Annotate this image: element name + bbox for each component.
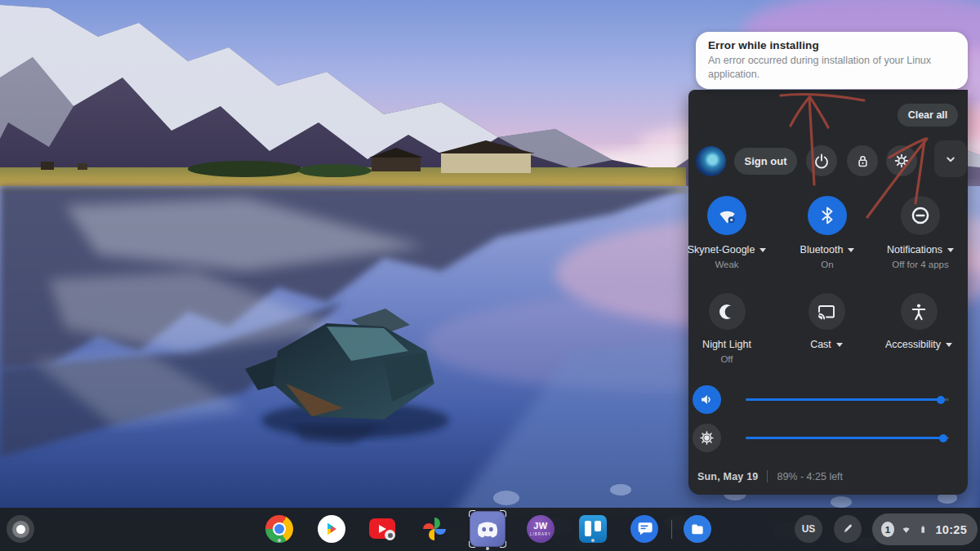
tile-label: Cast (810, 339, 831, 350)
shelf-app-chrome[interactable] (265, 515, 293, 543)
brightness-slider-fill (746, 437, 943, 439)
battery-icon (918, 522, 928, 536)
shelf-app-youtube[interactable] (368, 515, 396, 543)
google-photos-icon (421, 515, 448, 543)
gear-icon (893, 153, 910, 169)
running-indicator (486, 547, 489, 550)
keyboard-layout-button[interactable]: US (795, 515, 822, 543)
launcher-icon (12, 521, 29, 538)
discord-icon (475, 517, 500, 541)
selection-bracket (500, 510, 506, 517)
launcher-button[interactable] (7, 515, 34, 543)
notification-body: An error occurred during installation of… (708, 54, 953, 81)
stylus-button[interactable] (834, 515, 862, 543)
do-not-disturb-icon (910, 205, 931, 226)
tile-network[interactable]: Skynet-Google Weak (678, 196, 776, 269)
tile-label: Notifications (887, 244, 942, 256)
avatar[interactable] (696, 146, 726, 176)
tile-sublabel: Off for 4 apps (871, 260, 969, 269)
cast-icon (817, 302, 836, 322)
brightness-slider[interactable] (746, 437, 949, 439)
night-light-icon (717, 302, 737, 322)
running-indicator (591, 539, 595, 542)
tile-label: Accessibility (885, 339, 941, 350)
speaker-icon (699, 392, 715, 407)
chromeos-desktop: Error while installing An error occurred… (0, 0, 980, 551)
selection-bracket (469, 541, 475, 548)
lock-icon (855, 153, 871, 169)
bluetooth-icon (817, 206, 837, 225)
caret-down-icon (946, 343, 952, 347)
tile-cast[interactable]: Cast (777, 293, 875, 354)
footer-separator (767, 470, 768, 482)
shelf: JW LIBRARY (0, 508, 980, 551)
selection-bracket (469, 510, 475, 517)
shelf-app-play-store[interactable] (318, 515, 345, 543)
tile-sublabel: Weak (678, 260, 776, 269)
tile-notifications[interactable]: Notifications Off for 4 apps (871, 196, 969, 269)
tile-night-light[interactable]: Night Light Off (678, 293, 776, 364)
shelf-app-jw-library[interactable]: JW LIBRARY (527, 515, 555, 543)
caret-down-icon (947, 248, 954, 252)
volume-slider[interactable] (746, 398, 949, 401)
brightness-icon (699, 430, 715, 446)
tile-accessibility[interactable]: Accessibility (870, 293, 968, 354)
selection-bracket (500, 541, 506, 548)
clear-all-button[interactable]: Clear all (898, 104, 958, 127)
accessibility-icon (909, 302, 929, 322)
volume-button[interactable] (693, 385, 721, 414)
status-tray[interactable]: 1 10:25 (872, 513, 978, 545)
shelf-app-trello[interactable] (579, 515, 607, 543)
pen-icon (841, 522, 854, 535)
wifi-icon (716, 205, 738, 227)
power-button[interactable] (806, 145, 837, 176)
quick-settings-panel: Clear all Sign out (688, 90, 968, 495)
files-icon (684, 515, 711, 543)
volume-slider-fill (746, 398, 941, 401)
date-label: Sun, May 19 (697, 471, 758, 482)
clock-label: 10:25 (935, 523, 967, 536)
brightness-slider-thumb[interactable] (939, 434, 947, 442)
panel-footer: Sun, May 19 89% - 4:25 left (697, 470, 843, 482)
tile-sublabel: Off (678, 354, 776, 364)
caret-down-icon (848, 248, 854, 252)
collapse-button[interactable] (934, 140, 967, 177)
shelf-separator (671, 520, 672, 539)
play-store-icon (318, 515, 345, 543)
brightness-button[interactable] (693, 424, 721, 452)
tile-bluetooth[interactable]: Bluetooth On (778, 196, 876, 269)
jw-library-icon: JW LIBRARY (527, 515, 555, 543)
messages-icon (630, 515, 658, 543)
notification-card[interactable]: Error while installing An error occurred… (696, 32, 968, 89)
settings-button[interactable] (886, 145, 917, 176)
notification-title: Error while installing (708, 39, 955, 51)
power-icon (813, 153, 830, 169)
shelf-app-messages[interactable] (630, 515, 658, 543)
youtube-icon (368, 515, 396, 543)
notification-count-badge: 1 (881, 522, 894, 537)
tile-label: Skynet-Google (688, 244, 755, 256)
tile-sublabel: On (778, 260, 876, 269)
tile-label: Bluetooth (800, 244, 844, 256)
caret-down-icon (760, 248, 766, 252)
wifi-status-icon (901, 523, 911, 536)
shelf-app-google-photos[interactable] (421, 515, 448, 543)
shelf-app-discord[interactable] (470, 511, 506, 547)
caret-down-icon (836, 343, 843, 347)
lock-button[interactable] (847, 145, 878, 176)
battery-status: 89% - 4:25 left (777, 471, 843, 482)
shelf-app-files[interactable] (684, 515, 711, 543)
volume-slider-thumb[interactable] (937, 396, 945, 404)
running-indicator (278, 539, 281, 542)
sign-out-button[interactable]: Sign out (734, 148, 797, 175)
chevron-down-icon (943, 152, 958, 167)
keyboard-layout-label: US (802, 523, 816, 535)
tile-label: Night Light (702, 339, 751, 350)
